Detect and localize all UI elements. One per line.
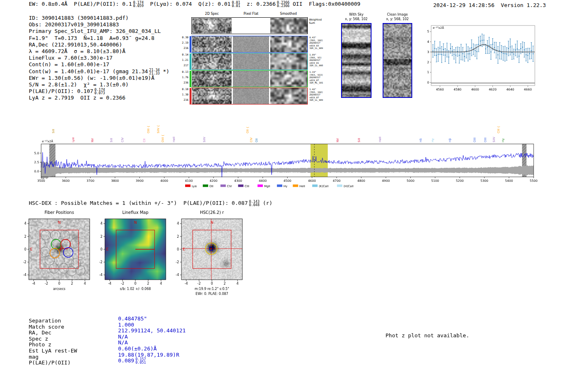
match-row-value: N/A (118, 334, 128, 340)
text-segment: 1.000 (118, 322, 134, 328)
match-table: Separation0.484785"Match score1.000RA, D… (0, 0, 576, 392)
text-segment: 19.88(19.87,19.89)R (118, 352, 179, 358)
match-row-label: Separation (29, 318, 61, 324)
text-segment: 0.60(±0.26)Å (118, 346, 157, 352)
text-segment: 0.089 (118, 357, 134, 364)
match-row-value: 0.0890.1570.051 (118, 357, 146, 364)
photz-note: Phot z plot not available. (386, 332, 469, 339)
match-row-value: 19.88(19.87,19.89)R (118, 352, 179, 358)
match-row-value: N/A (118, 339, 128, 346)
match-row-value: 212.991124, 50.440121 (118, 327, 186, 334)
match-row-value: 0.484785" (118, 315, 147, 322)
text-segment: N/A (118, 339, 128, 346)
match-row-label: Est LyA rest-EW (29, 348, 77, 354)
match-row-label: Spec z (29, 336, 48, 342)
match-row-label: RA, Dec (29, 329, 51, 336)
match-row-label: mag (29, 354, 38, 360)
match-row-label: Photo z (29, 341, 51, 348)
match-row-value: 1.000 (118, 322, 134, 328)
stacked-fraction: 0.1570.051 (135, 357, 146, 364)
match-row-label: Match score (29, 324, 64, 330)
text-segment: 212.991124, 50.440121 (118, 327, 186, 334)
text-segment: 0.484785" (118, 315, 147, 322)
text-segment: N/A (118, 334, 128, 340)
elixer-report: EW: 0.8±0.4Å P(LAE)/P(OII): 0.10.1740.05… (0, 0, 576, 392)
match-row-value: 0.60(±0.26)Å (118, 346, 157, 352)
match-row-label: P(LAE)/P(OII) (29, 360, 71, 366)
